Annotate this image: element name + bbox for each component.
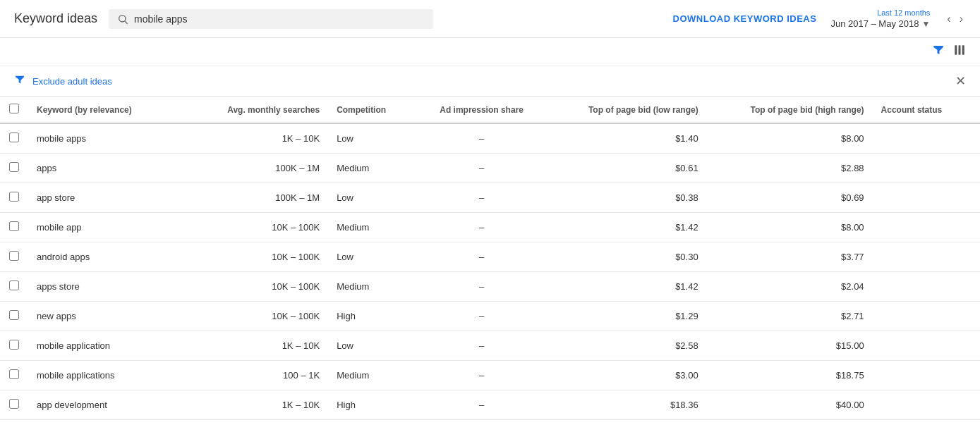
row-checkbox[interactable] [9,221,19,231]
cell-status [873,390,980,420]
row-checkbox[interactable] [9,280,19,290]
cell-lowbid: $2.58 [545,331,706,361]
cell-monthly: 100K – 1M [189,154,328,183]
row-checkbox[interactable] [9,399,19,409]
date-range-label: Last 12 months [877,8,930,17]
date-picker[interactable]: Last 12 months Jun 2017 – May 2018 ▼ [830,8,930,29]
cell-impression: – [418,272,545,302]
table-row: mobile applications 100 – 1K Medium – $3… [0,361,980,390]
cell-lowbid: $1.29 [545,302,706,331]
svg-rect-3 [959,45,961,55]
prev-arrow-icon[interactable]: ‹ [944,11,953,27]
cell-impression: – [418,242,545,272]
header-right: DOWNLOAD KEYWORD IDEAS Last 12 months Ju… [673,8,966,29]
cell-monthly: 1K – 10K [189,331,328,361]
header: Keyword ideas DOWNLOAD KEYWORD IDEAS Las… [0,0,980,38]
row-checkbox-cell[interactable] [0,272,28,302]
row-checkbox[interactable] [9,132,19,142]
cell-impression: – [418,361,545,390]
cell-impression: – [418,331,545,361]
cell-impression: – [418,302,545,331]
cell-highbid: $3.77 [707,242,873,272]
cell-highbid: $2.88 [707,154,873,183]
date-range-row: Jun 2017 – May 2018 ▼ [830,18,930,29]
cell-competition: Low [328,242,418,272]
cell-impression: – [418,123,545,154]
cell-keyword: mobile application [28,331,189,361]
cell-monthly: 1K – 10K [189,390,328,420]
search-box[interactable] [109,9,433,29]
row-checkbox-cell[interactable] [0,242,28,272]
cell-competition: Medium [328,361,418,390]
search-icon [117,13,128,25]
cell-monthly: 1K – 10K [189,123,328,154]
cell-competition: Low [328,331,418,361]
dropdown-arrow-icon[interactable]: ▼ [921,19,930,29]
next-arrow-icon[interactable]: › [957,11,966,27]
col-header-highbid[interactable]: Top of page bid (high range) [707,97,873,123]
cell-competition: Low [328,183,418,213]
cell-keyword: app store [28,183,189,213]
cell-status [873,213,980,242]
cell-monthly: 100K – 1M [189,183,328,213]
cell-highbid: $0.69 [707,183,873,213]
row-checkbox[interactable] [9,369,19,379]
row-checkbox[interactable] [9,192,19,202]
table-row: mobile application 1K – 10K Low – $2.58 … [0,331,980,361]
row-checkbox-cell[interactable] [0,154,28,183]
cell-status [873,242,980,272]
cell-highbid: $8.00 [707,123,873,154]
download-keyword-ideas-button[interactable]: DOWNLOAD KEYWORD IDEAS [673,13,817,24]
row-checkbox[interactable] [9,340,19,350]
cell-status [873,331,980,361]
table-row: new apps 10K – 100K High – $1.29 $2.71 [0,302,980,331]
cell-keyword: apps [28,154,189,183]
row-checkbox[interactable] [9,310,19,320]
col-header-keyword[interactable]: Keyword (by relevance) [28,97,189,123]
table-row: mobile app 10K – 100K Medium – $1.42 $8.… [0,213,980,242]
row-checkbox-cell[interactable] [0,331,28,361]
svg-line-1 [125,21,128,24]
table-body: mobile apps 1K – 10K Low – $1.40 $8.00 a… [0,123,980,420]
cell-lowbid: $1.42 [545,272,706,302]
cell-competition: Medium [328,213,418,242]
cell-highbid: $2.71 [707,302,873,331]
cell-competition: Medium [328,272,418,302]
cell-monthly: 10K – 100K [189,302,328,331]
row-checkbox[interactable] [9,162,19,172]
table-row: app store 100K – 1M Low – $0.38 $0.69 [0,183,980,213]
columns-toolbar-icon[interactable] [953,44,966,60]
cell-impression: – [418,390,545,420]
select-all-checkbox[interactable] [9,104,19,113]
page-title: Keyword ideas [14,11,97,26]
cell-keyword: apps store [28,272,189,302]
cell-lowbid: $0.61 [545,154,706,183]
cell-status [873,183,980,213]
col-header-impression[interactable]: Ad impression share [418,97,545,123]
search-input[interactable] [134,13,425,25]
col-header-competition[interactable]: Competition [328,97,418,123]
row-checkbox-cell[interactable] [0,123,28,154]
row-checkbox-cell[interactable] [0,183,28,213]
cell-lowbid: $3.00 [545,361,706,390]
filter-icon [14,74,25,88]
cell-monthly: 100 – 1K [189,361,328,390]
toolbar-row [0,38,980,66]
exclude-adult-filter[interactable]: Exclude adult ideas [32,76,112,87]
cell-impression: – [418,213,545,242]
cell-status [873,272,980,302]
filter-toolbar-icon[interactable] [932,44,945,60]
row-checkbox-cell[interactable] [0,302,28,331]
date-range-text: Jun 2017 – May 2018 [830,18,919,29]
filter-close-icon[interactable]: ✕ [955,73,966,89]
select-all-checkbox-cell[interactable] [0,97,28,123]
row-checkbox[interactable] [9,251,19,261]
table-row: mobile apps 1K – 10K Low – $1.40 $8.00 [0,123,980,154]
cell-highbid: $18.75 [707,361,873,390]
row-checkbox-cell[interactable] [0,361,28,390]
row-checkbox-cell[interactable] [0,213,28,242]
col-header-monthly[interactable]: Avg. monthly searches [189,97,328,123]
col-header-lowbid[interactable]: Top of page bid (low range) [545,97,706,123]
row-checkbox-cell[interactable] [0,390,28,420]
cell-competition: High [328,302,418,331]
